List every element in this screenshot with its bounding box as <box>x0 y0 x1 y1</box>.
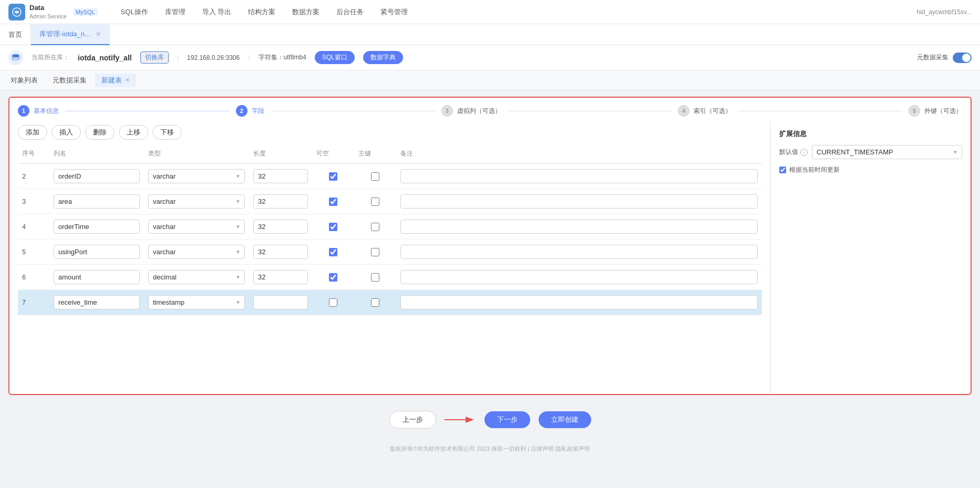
col-name-input[interactable] <box>54 295 140 309</box>
col-name-input[interactable] <box>54 169 140 183</box>
primary-checkbox[interactable] <box>371 273 379 282</box>
th-length: 长度 <box>249 147 312 160</box>
tab-close-icon[interactable]: ✕ <box>96 30 101 38</box>
step-2-label: 字段 <box>252 107 264 116</box>
step-4-label: 索引（可选） <box>694 107 731 116</box>
th-type: 类型 <box>144 147 249 160</box>
comment-input[interactable] <box>400 220 758 234</box>
step-1: 1 基本信息 <box>18 105 59 117</box>
step-line-3 <box>508 111 672 111</box>
row-5-type: varchar ▼ <box>144 243 249 261</box>
tab-db-manager[interactable]: 库管理-iotda_n... ✕ <box>31 24 110 45</box>
length-input[interactable] <box>253 270 308 284</box>
type-select[interactable]: varchar <box>148 194 245 209</box>
field-toolbar: 添加 插入 删除 上移 下移 <box>9 121 770 144</box>
row-6-primary <box>354 271 396 284</box>
tab-bar: 首页 库管理-iotda_n... ✕ <box>0 24 980 45</box>
row-6-col-name <box>49 268 144 286</box>
sub-tab-new-table[interactable]: 新建表 ✕ <box>95 74 136 87</box>
nullable-checkbox[interactable] <box>329 223 337 231</box>
row-2-length <box>249 167 312 185</box>
length-input[interactable] <box>253 245 308 259</box>
col-name-input[interactable] <box>54 194 140 209</box>
type-select[interactable]: varchar <box>148 169 245 183</box>
right-panel-title: 扩展信息 <box>779 129 962 139</box>
row-2-comment <box>396 167 762 185</box>
update-timestamp-checkbox[interactable] <box>779 167 786 173</box>
primary-checkbox[interactable] <box>371 248 379 256</box>
tab-home[interactable]: 首页 <box>0 24 31 45</box>
nav-structure[interactable]: 结构方案 <box>246 7 277 17</box>
nav-import-export[interactable]: 导入 导出 <box>200 7 234 17</box>
logo-text: Data Admin Service <box>29 4 67 20</box>
page-footer: 版权所有©华为软件技术有限公司 2023 保留一切权利 | 法律声明 隐私政策声… <box>0 438 980 457</box>
row-4-comment <box>396 217 762 236</box>
primary-checkbox[interactable] <box>371 172 379 181</box>
col-name-input[interactable] <box>54 270 140 284</box>
row-7-comment <box>396 293 762 312</box>
add-field-button[interactable]: 添加 <box>18 125 47 140</box>
delete-field-button[interactable]: 删除 <box>85 125 115 140</box>
primary-checkbox[interactable] <box>371 298 379 307</box>
row-5-length <box>249 243 312 261</box>
nav-data[interactable]: 数据方案 <box>290 7 322 17</box>
nullable-checkbox[interactable] <box>329 198 337 206</box>
length-input[interactable] <box>253 220 308 234</box>
default-value-select[interactable]: CURRENT_TIMESTAMP <box>812 145 962 159</box>
row-2-type: varchar ▼ <box>144 167 249 185</box>
next-step-button[interactable]: 下一步 <box>484 411 530 428</box>
col-name-input[interactable] <box>54 245 140 259</box>
comment-input[interactable] <box>400 194 758 209</box>
left-panel: 添加 插入 删除 上移 下移 序号 列名 类型 长度 可空 主键 备注 <box>9 121 771 394</box>
col-name-input[interactable] <box>54 220 140 234</box>
nav-account[interactable]: 紧号管理 <box>378 7 410 17</box>
row-6-type: decimal ▼ <box>144 268 249 286</box>
sub-tab-close-icon[interactable]: ✕ <box>125 77 130 84</box>
toggle-switch-icon[interactable] <box>953 53 972 63</box>
logo-icon <box>8 4 25 20</box>
comment-input[interactable] <box>400 169 758 183</box>
primary-checkbox[interactable] <box>371 198 379 206</box>
prev-step-button[interactable]: 上一步 <box>389 411 436 429</box>
type-select[interactable]: decimal <box>148 270 245 284</box>
create-now-button[interactable]: 立即创建 <box>539 411 591 428</box>
length-input[interactable] <box>253 194 308 209</box>
insert-field-button[interactable]: 插入 <box>51 125 81 140</box>
table-row: 4 varchar ▼ <box>18 214 762 240</box>
row-2-seq: 2 <box>18 170 49 182</box>
arrow-indicator-icon <box>445 413 476 426</box>
sub-tab-object-list[interactable]: 对象列表 <box>4 74 44 87</box>
nullable-checkbox[interactable] <box>329 298 337 307</box>
nav-sql[interactable]: SQL操作 <box>119 7 150 17</box>
row-3-length <box>249 192 312 211</box>
comment-input[interactable] <box>400 245 758 259</box>
length-input[interactable] <box>253 169 308 183</box>
comment-input[interactable] <box>400 270 758 284</box>
info-icon[interactable]: i <box>800 149 808 156</box>
sub-tab-meta[interactable]: 元数据采集 <box>46 74 93 87</box>
default-value-label: 默认值 i <box>779 148 808 157</box>
move-down-button[interactable]: 下移 <box>152 125 182 140</box>
nav-db[interactable]: 库管理 <box>163 7 188 17</box>
comment-input[interactable] <box>400 295 758 309</box>
nav-task[interactable]: 后台任务 <box>334 7 366 17</box>
type-select[interactable]: timestamp <box>148 295 245 309</box>
length-input[interactable] <box>253 295 308 309</box>
type-select[interactable]: varchar <box>148 245 245 259</box>
data-dict-button[interactable]: 数据字典 <box>363 51 403 64</box>
row-7-seq: 7 <box>18 296 49 308</box>
field-table: 序号 列名 类型 长度 可空 主键 备注 2 va <box>9 144 770 324</box>
row-4-type: varchar ▼ <box>144 217 249 236</box>
nullable-checkbox[interactable] <box>329 172 337 181</box>
sql-window-button[interactable]: SQL窗口 <box>315 51 355 64</box>
step-2: 2 字段 <box>236 105 264 117</box>
switch-db-button[interactable]: 切换库 <box>140 51 169 64</box>
move-up-button[interactable]: 上移 <box>119 125 148 140</box>
primary-checkbox[interactable] <box>371 223 379 231</box>
nullable-checkbox[interactable] <box>329 273 337 282</box>
type-select[interactable]: varchar <box>148 220 245 234</box>
table-row: 3 varchar ▼ <box>18 189 762 214</box>
nullable-checkbox[interactable] <box>329 248 337 256</box>
db-name-label: iotda_notify_all <box>78 54 132 62</box>
table-row: 5 varchar ▼ <box>18 240 762 265</box>
